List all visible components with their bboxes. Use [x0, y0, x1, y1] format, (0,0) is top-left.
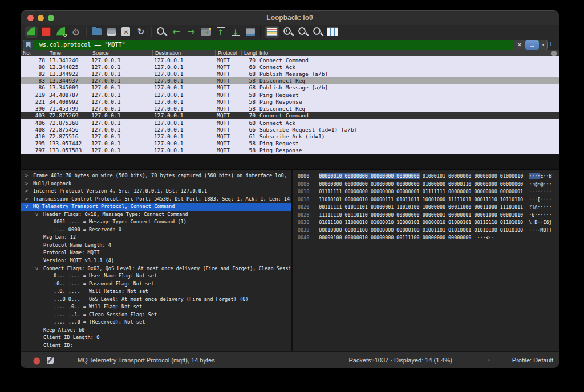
byte-bits[interactable]: 00000000 00000000 01000000 00000000 0100…	[319, 181, 523, 187]
colorize-packets-icon[interactable]	[265, 26, 279, 38]
go-to-packet-icon[interactable]: →	[200, 26, 212, 38]
column-header-protocol[interactable]: Protocol	[215, 50, 241, 56]
detail-row[interactable]: ...0 0... = QoS Level: At most once deli…	[21, 296, 291, 304]
byte-bits[interactable]: 01111111 00000000 00000000 00000001 0111…	[319, 189, 523, 194]
expert-info-icon[interactable]	[33, 357, 40, 365]
column-header-time[interactable]: Time	[47, 50, 90, 56]
detail-row[interactable]: >Internet Protocol Version 4, Src: 127.0…	[21, 187, 291, 195]
packet-row[interactable]: 41072.875516127.0.0.1127.0.0.1MQTT61Subs…	[21, 133, 559, 140]
byte-bits[interactable]: 11111110 00110110 00000000 00000000 0000…	[319, 212, 523, 218]
detail-row[interactable]: Client ID:	[21, 342, 291, 350]
byte-bits[interactable]: 00010000 00001100 00000000 00000100 0100…	[319, 227, 523, 233]
detail-row[interactable]: .... ...0 = (Reserved): Not set	[21, 318, 291, 326]
detail-row[interactable]: >Null/Loopback	[21, 180, 291, 188]
filter-bookmark-icon[interactable]	[23, 40, 33, 50]
packet-row[interactable]: 8213.344922127.0.0.1127.0.0.1MQTT68Publi…	[21, 70, 559, 77]
filter-expression-text[interactable]: _ws.col.protocol == "MQTT"	[33, 42, 514, 48]
packet-row[interactable]: 40672.875368127.0.0.1127.0.0.1MQTT60Conn…	[21, 119, 559, 126]
start-capture-icon[interactable]	[25, 26, 38, 38]
byte-row[interactable]: 001001111111 00000000 00000000 00000001 …	[293, 188, 559, 196]
find-packet-icon[interactable]	[155, 26, 168, 38]
byte-bits[interactable]: 00111111 01011101 01000001 11010100 1000…	[319, 204, 523, 210]
detail-row[interactable]: 0001 .... = Message Type: Connect Comman…	[21, 218, 291, 226]
packet-row[interactable]: 8013.344825127.0.0.1127.0.0.1MQTT60Conne…	[21, 63, 559, 70]
detail-row[interactable]: .0.. .... = Password Flag: Not set	[21, 280, 291, 288]
detail-row[interactable]: .... 0000 = Reserved: 0	[21, 226, 291, 234]
detail-row[interactable]: Protocol Name Length: 4	[21, 242, 291, 250]
zoom-in-icon[interactable]: +	[282, 26, 294, 38]
close-file-icon[interactable]: ✕	[120, 26, 132, 38]
detail-row[interactable]: Msg Len: 12	[21, 234, 291, 242]
byte-row[interactable]: 000800000000 00000000 01000000 00000000 …	[293, 181, 559, 189]
packet-row[interactable]: 40872.875456127.0.0.1127.0.0.1MQTT66Subs…	[21, 126, 559, 133]
restart-capture-icon[interactable]	[55, 26, 67, 38]
column-header-destination[interactable]: Destination	[152, 50, 215, 56]
filter-clear-button[interactable]: ✕	[514, 40, 525, 50]
status-profile[interactable]: Profile: Default	[512, 352, 553, 368]
column-header-no[interactable]: No.	[21, 50, 47, 56]
packet-list-scrollbar-thumb[interactable]	[551, 51, 557, 56]
detail-row[interactable]: vConnect Flags: 0x02, QoS Level: At most…	[21, 265, 291, 273]
packet-row[interactable]: 795133.057442127.0.0.1127.0.0.1MQTT58Pin…	[21, 140, 559, 147]
previous-packet-icon[interactable]: ←	[170, 26, 182, 38]
detail-row[interactable]: >Transmission Control Protocol, Src Port…	[21, 195, 291, 203]
column-header-source[interactable]: Source	[90, 50, 152, 56]
tree-expander-icon[interactable]: >	[25, 187, 33, 195]
byte-row[interactable]: 003800010000 00001100 00000000 00000100 …	[293, 227, 559, 235]
reload-file-icon[interactable]: ↻	[135, 26, 147, 38]
display-filter-input[interactable]: _ws.col.protocol == "MQTT" ✕ → ▾	[23, 40, 548, 50]
detail-row[interactable]: Version: MQTT v3.1.1 (4)	[21, 257, 291, 265]
byte-bits[interactable]: 00000010 00000000 00000000 00000000 0100…	[319, 173, 523, 179]
tree-expander-icon[interactable]: >	[25, 180, 33, 188]
packet-row[interactable]: 7813.341240127.0.0.1127.0.0.1MQTT70Conne…	[21, 56, 559, 63]
next-packet-icon[interactable]: →	[185, 26, 197, 38]
byte-bits[interactable]: 00000100 00000010 00000000 00111100 0000…	[319, 235, 471, 240]
packet-row[interactable]: 8313.344937127.0.0.1127.0.0.1MQTT58Disco…	[21, 77, 559, 84]
detail-row[interactable]: 0... .... = User Name Flag: Not set	[21, 272, 291, 280]
detail-row[interactable]: .... .0.. = Will Flag: Not set	[21, 303, 291, 311]
open-file-icon[interactable]	[90, 26, 103, 38]
packet-row[interactable]: 39071.453799127.0.0.1127.0.0.1MQTT58Disc…	[21, 105, 559, 112]
byte-row[interactable]: 000000000010 00000000 00000000 00000000 …	[293, 173, 559, 181]
byte-row[interactable]: 002000111111 01011101 01000001 11010100 …	[293, 203, 559, 211]
last-packet-icon[interactable]: ↓	[229, 26, 242, 38]
detail-row[interactable]: ..0. .... = Will Retain: Not set	[21, 288, 291, 296]
detail-row[interactable]: Protocol Name: MQTT	[21, 249, 291, 257]
packet-row[interactable]: 797133.057583127.0.0.1127.0.0.1MQTT58Pin…	[21, 147, 559, 154]
stop-capture-icon[interactable]	[40, 26, 52, 38]
capture-comment-icon[interactable]	[47, 357, 54, 364]
detail-row[interactable]: >Frame 403: 70 bytes on wire (560 bits),…	[21, 172, 291, 180]
column-header-length[interactable]: Length	[241, 50, 257, 56]
byte-row[interactable]: 004000000100 00000010 00000000 00111100 …	[293, 234, 559, 242]
save-file-icon[interactable]	[105, 26, 117, 38]
byte-row[interactable]: 003001011100 11000010 01000010 10000101 …	[293, 219, 559, 227]
packet-row[interactable]: 40372.875269127.0.0.1127.0.0.1MQTT70Conn…	[21, 112, 559, 119]
filter-add-button[interactable]: +	[546, 39, 555, 49]
detail-row[interactable]: Client ID Length: 0	[21, 334, 291, 342]
tree-expander-icon[interactable]: v	[35, 211, 43, 219]
packet-row[interactable]: 22134.408992127.0.0.1127.0.0.1MQTT58Ping…	[21, 98, 559, 105]
detail-row[interactable]: vMQ Telemetry Transport Protocol, Connec…	[21, 203, 291, 211]
byte-row[interactable]: 001811010101 00000010 00000111 01011011 …	[293, 196, 559, 204]
byte-bits[interactable]: 11010101 00000010 00000111 01011011 1000…	[319, 197, 523, 202]
detail-row[interactable]: .... ..1. = Clean Session Flag: Set	[21, 311, 291, 319]
zoom-out-icon[interactable]: −	[297, 26, 309, 38]
resize-columns-icon[interactable]	[326, 26, 339, 38]
detail-row[interactable]: Keep Alive: 60	[21, 326, 291, 334]
byte-row[interactable]: 002811111110 00110110 00000000 00000000 …	[293, 211, 559, 219]
column-header-info[interactable]: Info	[257, 50, 559, 56]
tree-expander-icon[interactable]: >	[25, 195, 33, 203]
tree-expander-icon[interactable]: v	[25, 203, 33, 211]
tree-expander-icon[interactable]: v	[35, 265, 43, 273]
auto-scroll-icon[interactable]	[244, 26, 257, 38]
tree-expander-icon[interactable]: >	[25, 172, 33, 180]
packet-row[interactable]: 21934.408787127.0.0.1127.0.0.1MQTT58Ping…	[21, 91, 559, 98]
filter-apply-button[interactable]: →	[525, 40, 539, 50]
zoom-reset-icon[interactable]	[311, 26, 324, 38]
detail-row[interactable]: vHeader Flags: 0x10, Message Type: Conne…	[21, 211, 291, 219]
cell-source: 127.0.0.1	[90, 64, 152, 70]
packet-row[interactable]: 8613.345009127.0.0.1127.0.0.1MQTT68Publi…	[21, 84, 559, 91]
capture-options-icon[interactable]: ⚙	[70, 26, 82, 38]
first-packet-icon[interactable]: ↑	[214, 26, 227, 38]
byte-bits[interactable]: 01011100 11000010 01000010 10000101 0000…	[319, 219, 523, 225]
